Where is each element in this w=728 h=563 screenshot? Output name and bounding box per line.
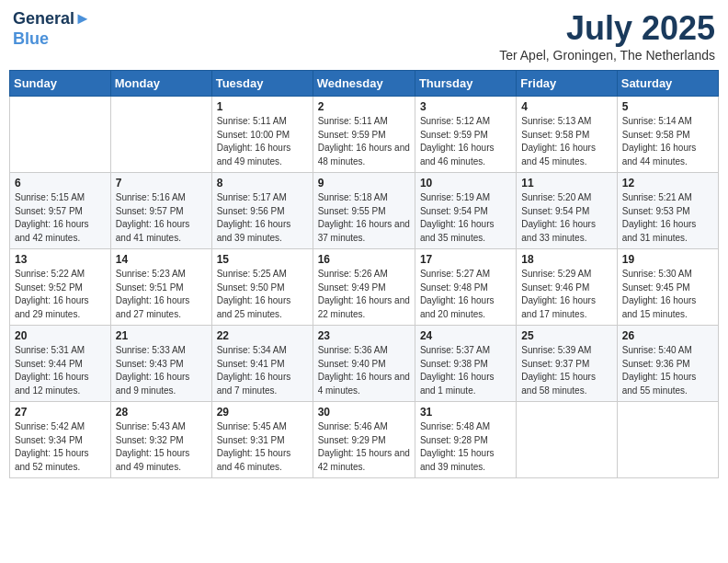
calendar-cell: 18Sunrise: 5:29 AM Sunset: 9:46 PM Dayli… <box>517 249 617 326</box>
day-detail: Sunrise: 5:13 AM Sunset: 9:58 PM Dayligh… <box>521 115 611 168</box>
day-number: 11 <box>521 177 611 190</box>
calendar-cell: 31Sunrise: 5:48 AM Sunset: 9:28 PM Dayli… <box>415 402 516 478</box>
calendar-cell: 30Sunrise: 5:46 AM Sunset: 9:29 PM Dayli… <box>313 402 415 478</box>
page-header: General► Blue July 2025 Ter Apel, Gronin… <box>9 9 719 63</box>
day-number: 17 <box>420 253 511 266</box>
day-detail: Sunrise: 5:37 AM Sunset: 9:38 PM Dayligh… <box>420 344 511 397</box>
calendar-cell: 15Sunrise: 5:25 AM Sunset: 9:50 PM Dayli… <box>211 249 313 326</box>
calendar-cell <box>110 97 211 173</box>
day-number: 22 <box>217 329 308 342</box>
calendar-cell: 28Sunrise: 5:43 AM Sunset: 9:32 PM Dayli… <box>110 402 211 478</box>
calendar-week-row: 13Sunrise: 5:22 AM Sunset: 9:52 PM Dayli… <box>10 249 719 326</box>
calendar-cell: 27Sunrise: 5:42 AM Sunset: 9:34 PM Dayli… <box>10 402 111 478</box>
day-detail: Sunrise: 5:11 AM Sunset: 9:59 PM Dayligh… <box>318 115 410 168</box>
day-number: 6 <box>15 177 106 190</box>
day-detail: Sunrise: 5:30 AM Sunset: 9:45 PM Dayligh… <box>622 268 713 321</box>
calendar-cell: 12Sunrise: 5:21 AM Sunset: 9:53 PM Dayli… <box>617 173 718 249</box>
calendar-cell: 22Sunrise: 5:34 AM Sunset: 9:41 PM Dayli… <box>211 326 313 402</box>
day-number: 7 <box>116 177 207 190</box>
logo-blue: Blue <box>13 29 91 50</box>
day-detail: Sunrise: 5:48 AM Sunset: 9:28 PM Dayligh… <box>420 420 511 474</box>
day-number: 12 <box>622 177 713 190</box>
month-title: July 2025 <box>499 9 715 48</box>
calendar-cell: 26Sunrise: 5:40 AM Sunset: 9:36 PM Dayli… <box>617 326 718 402</box>
day-detail: Sunrise: 5:45 AM Sunset: 9:31 PM Dayligh… <box>217 420 308 474</box>
calendar-week-row: 27Sunrise: 5:42 AM Sunset: 9:34 PM Dayli… <box>10 402 719 478</box>
day-detail: Sunrise: 5:43 AM Sunset: 9:32 PM Dayligh… <box>116 420 207 474</box>
day-detail: Sunrise: 5:12 AM Sunset: 9:59 PM Dayligh… <box>420 115 511 168</box>
calendar-cell: 20Sunrise: 5:31 AM Sunset: 9:44 PM Dayli… <box>10 326 111 402</box>
day-number: 27 <box>15 406 106 419</box>
day-detail: Sunrise: 5:40 AM Sunset: 9:36 PM Dayligh… <box>622 344 713 397</box>
day-number: 20 <box>15 329 106 342</box>
day-detail: Sunrise: 5:21 AM Sunset: 9:53 PM Dayligh… <box>622 191 713 245</box>
day-number: 23 <box>318 329 410 342</box>
day-detail: Sunrise: 5:26 AM Sunset: 9:49 PM Dayligh… <box>318 268 410 321</box>
weekday-header: Friday <box>517 71 617 97</box>
calendar-week-row: 20Sunrise: 5:31 AM Sunset: 9:44 PM Dayli… <box>10 326 719 402</box>
day-detail: Sunrise: 5:11 AM Sunset: 10:00 PM Daylig… <box>217 115 308 168</box>
day-number: 4 <box>521 100 611 113</box>
calendar-cell <box>517 402 617 478</box>
day-number: 1 <box>217 100 308 113</box>
day-number: 18 <box>521 253 611 266</box>
day-detail: Sunrise: 5:42 AM Sunset: 9:34 PM Dayligh… <box>15 420 106 474</box>
day-number: 10 <box>420 177 511 190</box>
day-number: 13 <box>15 253 106 266</box>
location: Ter Apel, Groningen, The Netherlands <box>499 48 715 63</box>
weekday-header: Wednesday <box>313 71 415 97</box>
day-number: 26 <box>622 329 713 342</box>
calendar-cell: 23Sunrise: 5:36 AM Sunset: 9:40 PM Dayli… <box>313 326 415 402</box>
day-detail: Sunrise: 5:33 AM Sunset: 9:43 PM Dayligh… <box>116 344 207 397</box>
day-number: 24 <box>420 329 511 342</box>
day-number: 8 <box>217 177 308 190</box>
day-number: 31 <box>420 406 511 419</box>
logo-text: General► <box>13 9 91 29</box>
calendar-cell: 1Sunrise: 5:11 AM Sunset: 10:00 PM Dayli… <box>211 97 313 173</box>
day-detail: Sunrise: 5:31 AM Sunset: 9:44 PM Dayligh… <box>15 344 106 397</box>
day-number: 15 <box>217 253 308 266</box>
weekday-header: Monday <box>110 71 211 97</box>
calendar-cell: 21Sunrise: 5:33 AM Sunset: 9:43 PM Dayli… <box>110 326 211 402</box>
day-number: 9 <box>318 177 410 190</box>
day-number: 16 <box>318 253 410 266</box>
day-detail: Sunrise: 5:34 AM Sunset: 9:41 PM Dayligh… <box>217 344 308 397</box>
calendar-cell: 25Sunrise: 5:39 AM Sunset: 9:37 PM Dayli… <box>517 326 617 402</box>
day-detail: Sunrise: 5:23 AM Sunset: 9:51 PM Dayligh… <box>116 268 207 321</box>
day-number: 30 <box>318 406 410 419</box>
calendar-cell: 24Sunrise: 5:37 AM Sunset: 9:38 PM Dayli… <box>415 326 516 402</box>
day-detail: Sunrise: 5:22 AM Sunset: 9:52 PM Dayligh… <box>15 268 106 321</box>
calendar-cell: 29Sunrise: 5:45 AM Sunset: 9:31 PM Dayli… <box>211 402 313 478</box>
calendar-cell: 17Sunrise: 5:27 AM Sunset: 9:48 PM Dayli… <box>415 249 516 326</box>
calendar-cell: 4Sunrise: 5:13 AM Sunset: 9:58 PM Daylig… <box>517 97 617 173</box>
logo: General► Blue <box>13 9 91 49</box>
calendar-cell: 2Sunrise: 5:11 AM Sunset: 9:59 PM Daylig… <box>313 97 415 173</box>
day-number: 14 <box>116 253 207 266</box>
day-number: 3 <box>420 100 511 113</box>
day-detail: Sunrise: 5:25 AM Sunset: 9:50 PM Dayligh… <box>217 268 308 321</box>
calendar-cell: 19Sunrise: 5:30 AM Sunset: 9:45 PM Dayli… <box>617 249 718 326</box>
calendar-cell: 9Sunrise: 5:18 AM Sunset: 9:55 PM Daylig… <box>313 173 415 249</box>
calendar-cell: 8Sunrise: 5:17 AM Sunset: 9:56 PM Daylig… <box>211 173 313 249</box>
calendar-cell: 10Sunrise: 5:19 AM Sunset: 9:54 PM Dayli… <box>415 173 516 249</box>
weekday-header: Thursday <box>415 71 516 97</box>
calendar-cell <box>617 402 718 478</box>
calendar-header-row: SundayMondayTuesdayWednesdayThursdayFrid… <box>10 71 719 97</box>
day-number: 21 <box>116 329 207 342</box>
calendar-cell: 5Sunrise: 5:14 AM Sunset: 9:58 PM Daylig… <box>617 97 718 173</box>
day-detail: Sunrise: 5:46 AM Sunset: 9:29 PM Dayligh… <box>318 420 410 474</box>
day-number: 19 <box>622 253 713 266</box>
calendar-cell: 16Sunrise: 5:26 AM Sunset: 9:49 PM Dayli… <box>313 249 415 326</box>
day-detail: Sunrise: 5:14 AM Sunset: 9:58 PM Dayligh… <box>622 115 713 168</box>
weekday-header: Sunday <box>10 71 111 97</box>
weekday-header: Saturday <box>617 71 718 97</box>
day-number: 25 <box>521 329 611 342</box>
calendar-table: SundayMondayTuesdayWednesdayThursdayFrid… <box>9 70 719 478</box>
day-number: 2 <box>318 100 410 113</box>
day-detail: Sunrise: 5:19 AM Sunset: 9:54 PM Dayligh… <box>420 191 511 245</box>
day-detail: Sunrise: 5:16 AM Sunset: 9:57 PM Dayligh… <box>116 191 207 245</box>
day-detail: Sunrise: 5:27 AM Sunset: 9:48 PM Dayligh… <box>420 268 511 321</box>
calendar-week-row: 6Sunrise: 5:15 AM Sunset: 9:57 PM Daylig… <box>10 173 719 249</box>
day-number: 29 <box>217 406 308 419</box>
day-detail: Sunrise: 5:29 AM Sunset: 9:46 PM Dayligh… <box>521 268 611 321</box>
